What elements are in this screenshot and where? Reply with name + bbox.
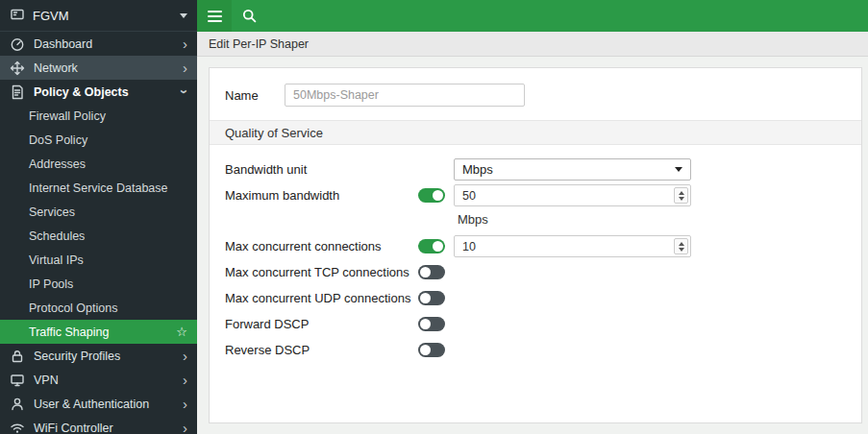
main-area: Edit Per-IP Shaper Name Quality of Servi…: [197, 0, 868, 434]
chevron-right-icon: ›: [183, 373, 187, 387]
bandwidth-unit-label: Bandwidth unit: [225, 162, 418, 177]
edit-shaper-form: Name Quality of Service Bandwidth unit M…: [209, 67, 862, 423]
sidebar-item-dos-policy[interactable]: DoS Policy: [0, 128, 197, 152]
forward-dscp-toggle[interactable]: [418, 317, 445, 331]
hamburger-icon: [208, 8, 222, 25]
name-row: Name: [210, 84, 861, 107]
sidebar-item-virtual-ips[interactable]: Virtual IPs: [0, 248, 197, 272]
sidebar-item-label: VPN: [34, 374, 59, 387]
submenu-label: Protocol Options: [29, 301, 117, 315]
sidebar-item-dashboard[interactable]: Dashboard ›: [0, 32, 197, 56]
star-icon[interactable]: ☆: [176, 325, 187, 339]
name-input[interactable]: [285, 84, 525, 107]
max-concurrent-tcp-label: Max concurrent TCP connections: [225, 265, 418, 279]
forward-dscp-label: Forward DSCP: [225, 317, 418, 331]
breadcrumb: Edit Per-IP Shaper: [197, 32, 868, 57]
max-concurrent-connections-toggle[interactable]: [418, 239, 445, 253]
sidebar-item-label: WiFi Controller: [34, 422, 113, 434]
submenu-label: Addresses: [29, 157, 86, 171]
maximum-bandwidth-row: Maximum bandwidth: [225, 182, 846, 208]
chevron-right-icon: ›: [183, 60, 187, 75]
topbar: [197, 0, 868, 32]
maximum-bandwidth-label: Maximum bandwidth: [225, 188, 418, 203]
page-title: Edit Per-IP Shaper: [209, 37, 309, 51]
submenu-label: Virtual IPs: [29, 253, 84, 267]
menu-toggle-button[interactable]: [197, 0, 232, 32]
submenu-label: Firewall Policy: [29, 109, 106, 123]
section-title: Quality of Service: [225, 126, 323, 140]
submenu-label: IP Pools: [29, 277, 73, 291]
bandwidth-unit-row: Bandwidth unit Mbps: [225, 157, 846, 182]
sidebar-item-services[interactable]: Services: [0, 200, 197, 224]
bandwidth-unit-select[interactable]: Mbps: [454, 158, 691, 181]
sidebar-item-security-profiles[interactable]: Security Profiles ›: [0, 344, 197, 368]
sidebar-item-traffic-shaping[interactable]: Traffic Shaping ☆: [0, 320, 197, 344]
chevron-down-icon: [180, 13, 187, 18]
device-name: FGVM: [33, 9, 69, 23]
name-label: Name: [225, 88, 285, 103]
device-selector[interactable]: FGVM: [0, 0, 197, 32]
chevron-right-icon: ›: [183, 421, 187, 434]
reverse-dscp-label: Reverse DSCP: [225, 343, 418, 357]
max-concurrent-udp-row: Max concurrent UDP connections: [225, 285, 846, 311]
sidebar-item-internet-service-database[interactable]: Internet Service Database: [0, 176, 197, 200]
forward-dscp-row: Forward DSCP: [225, 311, 846, 337]
reverse-dscp-row: Reverse DSCP: [225, 337, 846, 363]
max-concurrent-udp-label: Max concurrent UDP connections: [225, 291, 418, 305]
search-icon: [242, 9, 257, 23]
max-concurrent-connections-label: Max concurrent connections: [225, 239, 418, 253]
chevron-right-icon: ›: [183, 36, 187, 51]
network-icon: [10, 60, 25, 76]
sidebar-item-vpn[interactable]: VPN ›: [0, 368, 197, 392]
sidebar-item-label: Security Profiles: [34, 350, 120, 363]
max-concurrent-tcp-row: Max concurrent TCP connections: [225, 259, 846, 285]
sidebar-item-label: User & Authentication: [34, 398, 149, 411]
bandwidth-unit-suffix: Mbps: [454, 212, 488, 227]
submenu-label: Internet Service Database: [29, 181, 168, 195]
max-concurrent-connections-row: Max concurrent connections: [225, 233, 846, 259]
submenu-label: Services: [29, 205, 75, 219]
chevron-right-icon: ›: [183, 397, 187, 411]
chevron-right-icon: ›: [183, 349, 187, 363]
qos-fields: Bandwidth unit Mbps Maximum bandwidth: [210, 145, 861, 363]
sidebar-item-protocol-options[interactable]: Protocol Options: [0, 296, 197, 320]
sidebar: FGVM Dashboard › Network › Policy & Obje…: [0, 0, 197, 434]
search-button[interactable]: [232, 0, 266, 32]
wifi-icon: [10, 421, 25, 434]
sidebar-item-label: Dashboard: [34, 37, 92, 51]
sidebar-item-addresses[interactable]: Addresses: [0, 152, 197, 176]
chevron-down-icon: [675, 167, 682, 172]
submenu-label: Traffic Shaping: [29, 326, 109, 339]
sidebar-item-firewall-policy[interactable]: Firewall Policy: [0, 104, 197, 128]
chevron-down-icon: ›: [178, 89, 192, 94]
user-icon: [10, 397, 25, 412]
sidebar-item-user-authentication[interactable]: User & Authentication ›: [0, 392, 197, 416]
submenu-label: DoS Policy: [29, 133, 87, 147]
stepper-icon[interactable]: [674, 187, 688, 204]
section-header-quality-of-service: Quality of Service: [210, 120, 861, 145]
maximum-bandwidth-toggle[interactable]: [418, 188, 445, 203]
policy-document-icon: [10, 84, 25, 100]
max-concurrent-tcp-toggle[interactable]: [418, 265, 445, 279]
reverse-dscp-toggle[interactable]: [418, 343, 445, 357]
sidebar-item-label: Policy & Objects: [34, 85, 129, 99]
sidebar-item-schedules[interactable]: Schedules: [0, 224, 197, 248]
content-area: Name Quality of Service Bandwidth unit M…: [197, 57, 868, 434]
device-icon: [10, 7, 25, 25]
sidebar-item-policy-objects[interactable]: Policy & Objects ›: [0, 80, 197, 104]
submenu-label: Schedules: [29, 229, 85, 243]
sidebar-item-wifi-controller[interactable]: WiFi Controller ›: [0, 416, 197, 434]
sidebar-item-network[interactable]: Network ›: [0, 56, 197, 80]
max-concurrent-udp-toggle[interactable]: [418, 291, 445, 305]
sidebar-item-label: Network: [34, 61, 78, 75]
bandwidth-unit-value: Mbps: [462, 162, 493, 177]
gauge-icon: [10, 36, 25, 52]
lock-icon: [10, 349, 25, 364]
stepper-icon[interactable]: [674, 238, 688, 254]
max-concurrent-connections-input[interactable]: [454, 235, 691, 257]
monitor-icon: [10, 373, 25, 388]
sidebar-item-ip-pools[interactable]: IP Pools: [0, 272, 197, 296]
maximum-bandwidth-input[interactable]: [454, 184, 691, 206]
bandwidth-unit-suffix-row: Mbps: [225, 208, 846, 229]
